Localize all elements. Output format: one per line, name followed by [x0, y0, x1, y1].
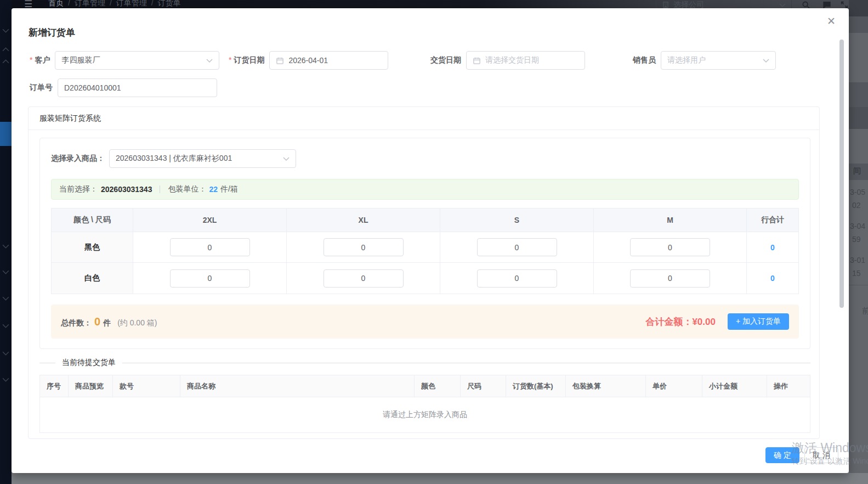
empty-table-message: 请通过上方矩阵录入商品: [40, 397, 810, 432]
matrix-size-header: S: [440, 209, 594, 232]
divider-line: [39, 363, 55, 363]
order-no-label: 订单号: [30, 83, 53, 93]
chevron-down-icon[interactable]: [2, 296, 9, 301]
matrix-color-label: 白色: [52, 263, 133, 294]
close-icon[interactable]: ✕: [825, 15, 837, 27]
delivery-date-label: 交货日期: [430, 55, 461, 65]
salesman-placeholder: 请选择用户: [667, 55, 706, 65]
pack-unit-value: 22: [209, 185, 218, 194]
breadcrumb-item[interactable]: 订单管理: [116, 0, 147, 7]
matrix-qty-input[interactable]: [630, 269, 710, 288]
matrix-size-header: 2XL: [133, 209, 287, 232]
peek-cell: 3-04: [850, 222, 865, 230]
divider-line: [122, 363, 810, 363]
matrix-qty-input[interactable]: [630, 238, 710, 256]
chevron-down-icon[interactable]: [2, 29, 9, 33]
order-no-input[interactable]: [58, 78, 217, 97]
breadcrumb-separator: /: [68, 0, 70, 7]
col-header: 商品预览: [69, 375, 113, 397]
amount-value: ¥0.00: [692, 317, 716, 327]
sidebar-collapsed: [0, 0, 12, 484]
cancel-button[interactable]: 取 消: [804, 447, 838, 463]
order-date-input[interactable]: 2026-04-01: [269, 51, 388, 70]
breadcrumb: 首页/订单管理/订单管理/订货单: [48, 0, 181, 8]
vertical-divider: [160, 185, 160, 193]
col-header: 序号: [40, 375, 69, 397]
pending-divider: 当前待提交货单: [39, 358, 810, 368]
size-color-matrix: 颜色 \ 尺码 2XL XL S M 行合计 黑色 0 白色: [51, 208, 799, 294]
sidebar-active-item[interactable]: [0, 122, 12, 146]
breadcrumb-separator: /: [110, 0, 112, 7]
matrix-qty-input[interactable]: [170, 269, 250, 288]
chevron-down-icon[interactable]: [2, 324, 9, 328]
chevron-up-icon[interactable]: [2, 47, 9, 52]
chevron-down-icon[interactable]: [2, 351, 9, 356]
chevron-up-icon[interactable]: [2, 59, 9, 64]
peek-cell: 59: [852, 235, 861, 244]
product-select[interactable]: 202603031343 | 优衣库麻衬衫001: [109, 149, 296, 168]
order-no-field[interactable]: [64, 83, 211, 92]
total-pieces-unit: 件: [103, 318, 111, 328]
peek-cell: 3-05: [850, 188, 865, 196]
new-order-dialog: ✕ 新增订货单 客户 李四服装厂 订货日期 2026-04-01 交货日期 请选…: [12, 8, 849, 473]
chevron-down-icon[interactable]: [2, 378, 9, 382]
modal-scrollbar-thumb[interactable]: [839, 40, 844, 308]
peek-cell: 02: [852, 201, 861, 210]
breadcrumb-separator: /: [151, 0, 154, 7]
order-date-label: 订货日期: [229, 55, 264, 65]
matrix-color-label: 黑色: [52, 232, 133, 263]
chevron-down-icon: [206, 59, 213, 63]
pending-order-table: 序号 商品预览 款号 商品名称 颜色 尺码 订货数(基本) 包装换算 单价 小计…: [39, 375, 810, 433]
matrix-row-total: 0: [747, 263, 798, 294]
col-header: 单价: [646, 375, 702, 397]
peek-column-header: 间: [853, 166, 861, 176]
col-header: 小计金额: [702, 375, 767, 397]
pending-divider-label: 当前待提交货单: [62, 358, 116, 368]
salesman-select[interactable]: 请选择用户: [661, 51, 776, 70]
salesman-label: 销售员: [633, 55, 656, 65]
add-to-order-button[interactable]: + 加入订货单: [728, 313, 789, 330]
total-boxes-estimate: (约 0.00 箱): [117, 318, 157, 328]
breadcrumb-item[interactable]: 订货单: [158, 0, 181, 7]
col-header: 商品名称: [180, 375, 415, 397]
confirm-button[interactable]: 确 定: [765, 447, 799, 463]
breadcrumb-home[interactable]: 首页: [48, 0, 64, 7]
matrix-size-header: M: [594, 209, 747, 232]
chevron-down-icon: [763, 59, 769, 63]
chevron-down-icon[interactable]: [2, 270, 9, 274]
col-header: 订货数(基本): [506, 375, 566, 397]
chevron-down-icon[interactable]: [2, 244, 9, 249]
current-selection-value: 202603031343: [101, 185, 152, 194]
matrix-qty-input[interactable]: [477, 238, 557, 256]
product-select-value: 202603031343 | 优衣库麻衬衫001: [116, 154, 232, 164]
delivery-date-input[interactable]: 请选择交货日期: [466, 51, 585, 70]
customer-select[interactable]: 李四服装厂: [55, 51, 219, 70]
peek-cell: 15: [852, 269, 861, 278]
matrix-qty-input[interactable]: [170, 238, 250, 256]
matrix-qty-input[interactable]: [477, 269, 557, 288]
dimmed-page-bottom: [12, 473, 868, 484]
matrix-row-total: 0: [747, 232, 798, 263]
col-header: 尺码: [461, 375, 506, 397]
total-pieces-value: 0: [94, 316, 100, 328]
selection-info-bar: 当前选择： 202603031343 包装单位： 22 件/箱: [51, 179, 799, 200]
col-header: 款号: [113, 375, 180, 397]
matrix-qty-input[interactable]: [324, 238, 404, 256]
summary-bar: 总件数： 0 件 (约 0.00 箱) 合计金额：¥0.00 + 加入订货单: [51, 305, 799, 339]
matrix-qty-input[interactable]: [324, 269, 404, 288]
matrix-size-header: XL: [287, 209, 440, 232]
pending-table-header: 序号 商品预览 款号 商品名称 颜色 尺码 订货数(基本) 包装换算 单价 小计…: [40, 375, 810, 397]
delivery-date-placeholder: 请选择交货日期: [485, 55, 539, 65]
calendar-icon: [473, 57, 481, 65]
pack-unit-suffix: 件/箱: [220, 184, 238, 194]
matrix-corner-header: 颜色 \ 尺码: [52, 209, 133, 232]
peek-cell: 3-01: [850, 256, 865, 264]
current-selection-label: 当前选择：: [59, 184, 98, 194]
breadcrumb-item[interactable]: 订单管理: [75, 0, 105, 7]
product-select-label: 选择录入商品：: [51, 154, 105, 164]
building-icon: [662, 1, 670, 9]
matrix-card: 服装矩阵订货系统 选择录入商品： 202603031343 | 优衣库麻衬衫00…: [28, 106, 820, 439]
customer-select-value: 李四服装厂: [61, 55, 100, 65]
order-date-value: 2026-04-01: [288, 56, 328, 65]
amount-label: 合计金额：: [645, 317, 692, 327]
